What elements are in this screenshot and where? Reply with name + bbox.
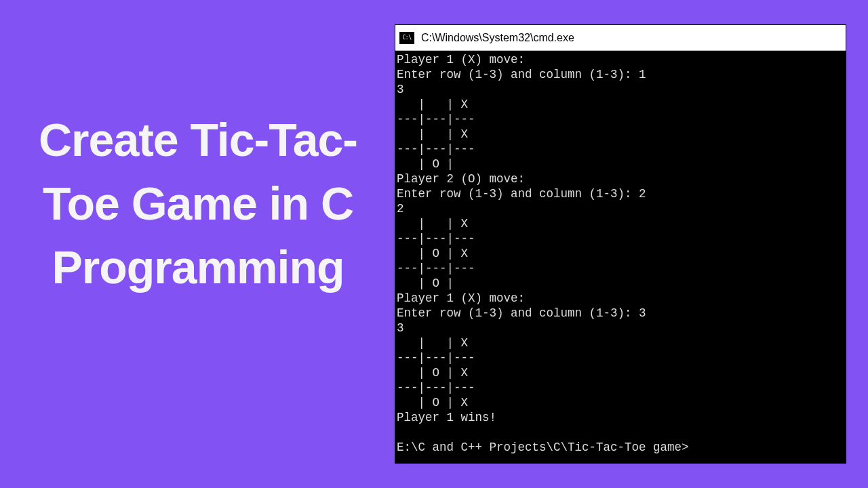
page-heading: Create Tic-Tac-Toe Game in C Programming [15, 108, 381, 299]
cmd-icon [399, 32, 414, 44]
terminal-output[interactable]: Player 1 (X) move: Enter row (1-3) and c… [395, 51, 846, 463]
window-titlebar[interactable]: C:\Windows\System32\cmd.exe [395, 25, 846, 51]
window-title: C:\Windows\System32\cmd.exe [421, 32, 574, 44]
cmd-window: C:\Windows\System32\cmd.exe Player 1 (X)… [395, 24, 846, 464]
